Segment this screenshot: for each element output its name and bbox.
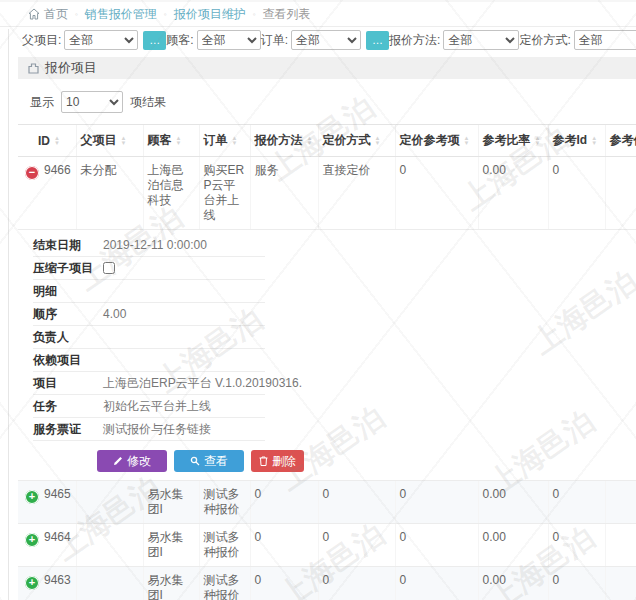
detail-field-label: 负责人 (33, 330, 103, 344)
sort-icon[interactable]: ▲▼ (121, 136, 127, 146)
section-header: 报价项目 (18, 57, 636, 79)
cell-ref_ratio: 0.00 (478, 481, 548, 524)
column-header[interactable]: 参考价 (605, 125, 636, 157)
cell-pricing: 直接定价 (318, 157, 395, 230)
detail-field-value: 2019-12-11 0:00:00 (103, 238, 207, 252)
cell-customer: 易水集团I (143, 567, 199, 600)
column-header-label: 订单 (204, 133, 228, 147)
detail-field: 服务票证测试报价与任务链接 (33, 418, 265, 441)
cell-ref_price (605, 481, 636, 524)
cell-order: 测试多种报价 (199, 524, 250, 567)
detail-field: 负责人 (33, 326, 265, 349)
table-row[interactable]: +9465易水集团I测试多种报价0000.000 (18, 481, 636, 524)
breadcrumb-item[interactable]: 报价项目维护 (174, 6, 246, 23)
parent-project-select[interactable]: 全部 (64, 30, 138, 50)
order-select[interactable]: 全部 (291, 30, 361, 50)
customer-select[interactable]: 全部 (197, 30, 261, 50)
column-header[interactable]: 父项目▲▼ (76, 125, 143, 157)
cell-pricing: 0 (318, 567, 395, 600)
pencil-icon (113, 456, 123, 466)
compress-subprojects-checkbox[interactable] (103, 262, 115, 274)
cell-customer: 易水集团I (143, 481, 199, 524)
column-header[interactable]: 参考比率▲▼ (478, 125, 548, 157)
column-header[interactable]: 参考Id▲▼ (548, 125, 605, 157)
column-header-label: 父项目 (81, 133, 117, 147)
filter-label: 定价方式: (519, 32, 570, 49)
table-row[interactable]: +9463易水集团I测试多种报价0000.000 (18, 567, 636, 600)
breadcrumb-item[interactable]: 销售报价管理 (85, 6, 157, 23)
column-header-label: 定价方式 (323, 133, 371, 147)
detail-field-value: 上海邑泊ERP云平台 V.1.0.20190316. (103, 376, 302, 390)
cell-parent: 未分配 (76, 157, 143, 230)
detail-field-label: 项目 (33, 376, 103, 390)
detail-field: 项目上海邑泊ERP云平台 V.1.0.20190316. (33, 372, 265, 395)
expand-row-icon[interactable]: + (25, 533, 39, 547)
sort-icon[interactable]: ▲▼ (176, 136, 182, 146)
detail-cell: 结束日期2019-12-11 0:00:00压缩子项目明细顺序4.00负责人依赖… (18, 230, 636, 481)
view-button[interactable]: 查看 (174, 450, 244, 472)
cell-ref_price (605, 157, 636, 230)
sort-icon[interactable]: ▲▼ (307, 136, 313, 146)
breadcrumb-item[interactable]: 首页 (44, 6, 68, 23)
quote-method-select[interactable]: 全部 (443, 30, 519, 50)
sort-icon[interactable]: ▲▼ (375, 136, 381, 146)
page-length-select[interactable]: 10 (61, 91, 123, 113)
detail-field: 结束日期2019-12-11 0:00:00 (33, 234, 265, 257)
breadcrumb-separator: ◦ (253, 10, 256, 19)
page-length-suffix: 项结果 (130, 94, 166, 111)
filter-quote-method: 报价方法: 全部 (389, 30, 519, 50)
column-header-label: 定价参考项 (400, 133, 460, 147)
breadcrumb-item-current: 查看列表 (263, 6, 311, 23)
cell-id: +9463 (18, 567, 76, 600)
filter-label: 报价方法: (389, 32, 440, 49)
trash-icon (259, 456, 268, 466)
filter-pricing-mode: 定价方式: 全部 (519, 30, 636, 50)
parent-project-more-button[interactable]: … (143, 31, 166, 50)
sort-icon[interactable]: ▲▼ (591, 136, 597, 146)
row-id: 9464 (44, 530, 71, 544)
cell-ref_item: 0 (395, 524, 478, 567)
column-header[interactable]: 定价方式▲▼ (318, 125, 395, 157)
table-row[interactable]: +9464易水集团I测试多种报价0000.000 (18, 524, 636, 567)
column-header[interactable]: 顾客▲▼ (143, 125, 199, 157)
cell-ref_item: 0 (395, 481, 478, 524)
column-header[interactable]: ID▲▼ (18, 125, 76, 157)
column-header-label: 参考价 (610, 133, 636, 147)
cell-ref_ratio: 0.00 (478, 157, 548, 230)
edit-button[interactable]: 修改 (97, 450, 167, 472)
order-more-button[interactable]: … (366, 31, 389, 50)
detail-field: 明细 (33, 280, 265, 303)
edit-button-label: 修改 (127, 453, 151, 470)
sort-icon[interactable]: ▲▼ (535, 136, 541, 146)
table-row[interactable]: −9466未分配上海邑泊信息科技购买ERP云平台并上线服务直接定价00.000 (18, 157, 636, 230)
detail-field: 压缩子项目 (33, 257, 265, 280)
delete-button-label: 删除 (272, 453, 296, 470)
detail-field-value: 初始化云平台并上线 (103, 399, 211, 413)
detail-list: 结束日期2019-12-11 0:00:00压缩子项目明细顺序4.00负责人依赖… (33, 234, 265, 441)
column-header[interactable]: 报价方法▲▼ (250, 125, 318, 157)
page-length-bar: 显示 10 项结果 (18, 79, 636, 124)
sort-icon[interactable]: ▲▼ (54, 136, 60, 146)
breadcrumb-home[interactable]: 首页 (28, 6, 68, 23)
filter-bar: 父项目: 全部 … 顾客: 全部 订单: 全部 … 报价方法: 全部 定价方式:… (0, 27, 636, 53)
cell-parent (76, 524, 143, 567)
cell-order: 测试多种报价 (199, 567, 250, 600)
delete-button[interactable]: 删除 (251, 450, 304, 472)
sort-icon[interactable]: ▲▼ (232, 136, 238, 146)
column-header-label: ID (38, 134, 50, 148)
expand-row-icon[interactable]: + (25, 490, 39, 504)
cell-ref_id: 0 (548, 481, 605, 524)
row-id: 9465 (44, 487, 71, 501)
column-header[interactable]: 订单▲▼ (199, 125, 250, 157)
column-header-label: 参考Id (553, 133, 588, 147)
table-body: −9466未分配上海邑泊信息科技购买ERP云平台并上线服务直接定价00.000 … (18, 157, 636, 600)
cell-ref_ratio: 0.00 (478, 524, 548, 567)
sort-icon[interactable]: ▲▼ (464, 136, 470, 146)
collapse-row-icon[interactable]: − (25, 166, 39, 180)
cell-id: +9465 (18, 481, 76, 524)
column-header[interactable]: 定价参考项▲▼ (395, 125, 478, 157)
expand-row-icon[interactable]: + (25, 576, 39, 590)
detail-field-label: 结束日期 (33, 238, 103, 252)
pricing-mode-select[interactable]: 全部 (574, 30, 636, 50)
table-head-row: ID▲▼父项目▲▼顾客▲▼订单▲▼报价方法▲▼定价方式▲▼定价参考项▲▼参考比率… (18, 125, 636, 157)
